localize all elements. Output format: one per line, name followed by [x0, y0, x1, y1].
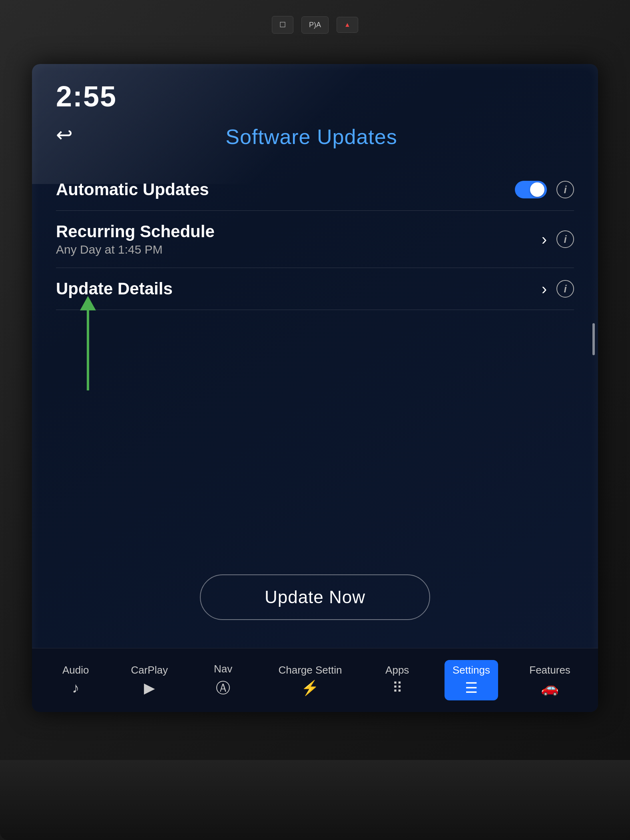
audio-button[interactable]: P)A: [301, 16, 329, 34]
back-button[interactable]: ↩: [56, 123, 73, 146]
update-details-label: Update Details: [56, 279, 542, 298]
bottom-physical-trim: [0, 760, 630, 840]
recurring-schedule-sublabel: Any Day at 1:45 PM: [56, 243, 542, 256]
screen-toggle-button[interactable]: ☐: [272, 16, 293, 34]
nav-item-audio[interactable]: Audio ♪: [52, 660, 100, 700]
recurring-schedule-info-icon[interactable]: i: [556, 230, 574, 248]
recurring-schedule-chevron-icon: ›: [542, 230, 547, 248]
carplay-label: CarPlay: [131, 664, 167, 676]
header-row: ↩ Software Updates: [56, 125, 574, 149]
nav-item-settings[interactable]: Settings ☰: [445, 660, 498, 700]
clock-display: 2:55: [56, 80, 117, 113]
automatic-updates-label: Automatic Updates: [56, 180, 515, 199]
top-row: 2:55: [56, 80, 574, 113]
charge-settings-icon: ⚡: [301, 680, 319, 696]
toggle-knob: [530, 182, 544, 197]
update-details-info-icon[interactable]: i: [556, 280, 574, 298]
nav-label: Nav: [214, 663, 232, 675]
nav-item-nav[interactable]: Nav Ⓐ: [199, 659, 247, 702]
car-frame: ☐ P)A ▲ 2:55 ↩ Software Updates: [0, 0, 630, 840]
nav-item-apps[interactable]: Apps ⠿: [373, 660, 421, 700]
nav-item-charge-settings[interactable]: Charge Settin ⚡: [270, 660, 350, 700]
update-now-section: Update Now: [56, 558, 574, 632]
bottom-navigation: Audio ♪ CarPlay ▶ Nav Ⓐ Charge Settin ⚡ …: [32, 648, 598, 712]
nav-item-features[interactable]: Features 🚗: [521, 660, 578, 700]
settings-icon: ☰: [465, 680, 478, 696]
arrow-line: [87, 310, 89, 390]
update-details-label-group: Update Details: [56, 279, 542, 298]
update-now-button[interactable]: Update Now: [200, 574, 430, 620]
page-title: Software Updates: [89, 125, 534, 149]
automatic-updates-label-group: Automatic Updates: [56, 180, 515, 199]
infotainment-screen: 2:55 ↩ Software Updates Automatic Update…: [32, 64, 598, 712]
settings-label: Settings: [453, 664, 490, 676]
screen-content: 2:55 ↩ Software Updates Automatic Update…: [32, 64, 598, 712]
recurring-schedule-label: Recurring Schedule: [56, 222, 542, 241]
recurring-schedule-label-group: Recurring Schedule Any Day at 1:45 PM: [56, 222, 542, 256]
scroll-indicator: [592, 323, 595, 355]
hazard-button[interactable]: ▲: [337, 17, 358, 33]
nav-item-carplay[interactable]: CarPlay ▶: [123, 660, 175, 700]
automatic-updates-info-icon[interactable]: i: [556, 181, 574, 198]
apps-label: Apps: [385, 664, 409, 676]
arrow-head-icon: [80, 296, 96, 310]
annotation-arrow: [80, 296, 96, 390]
update-details-chevron-icon: ›: [542, 280, 547, 298]
carplay-icon: ▶: [144, 680, 155, 696]
audio-label: Audio: [62, 664, 89, 676]
features-label: Features: [529, 664, 570, 676]
audio-icon: ♪: [72, 680, 79, 696]
recurring-schedule-controls: › i: [542, 230, 574, 248]
charge-settings-label: Charge Settin: [278, 664, 342, 676]
automatic-updates-row[interactable]: Automatic Updates i: [56, 169, 574, 211]
automatic-updates-toggle[interactable]: [515, 181, 547, 198]
features-icon: 🚗: [541, 680, 559, 696]
update-details-controls: › i: [542, 280, 574, 298]
recurring-schedule-row[interactable]: Recurring Schedule Any Day at 1:45 PM › …: [56, 211, 574, 268]
nav-icon: Ⓐ: [216, 678, 230, 698]
update-details-row[interactable]: Update Details › i: [56, 268, 574, 310]
apps-icon: ⠿: [392, 680, 403, 696]
automatic-updates-controls: i: [515, 181, 574, 198]
settings-list: Automatic Updates i Recurring Schedule: [56, 169, 574, 558]
top-physical-buttons: ☐ P)A ▲: [272, 16, 358, 34]
main-area: 2:55 ↩ Software Updates Automatic Update…: [32, 64, 598, 648]
